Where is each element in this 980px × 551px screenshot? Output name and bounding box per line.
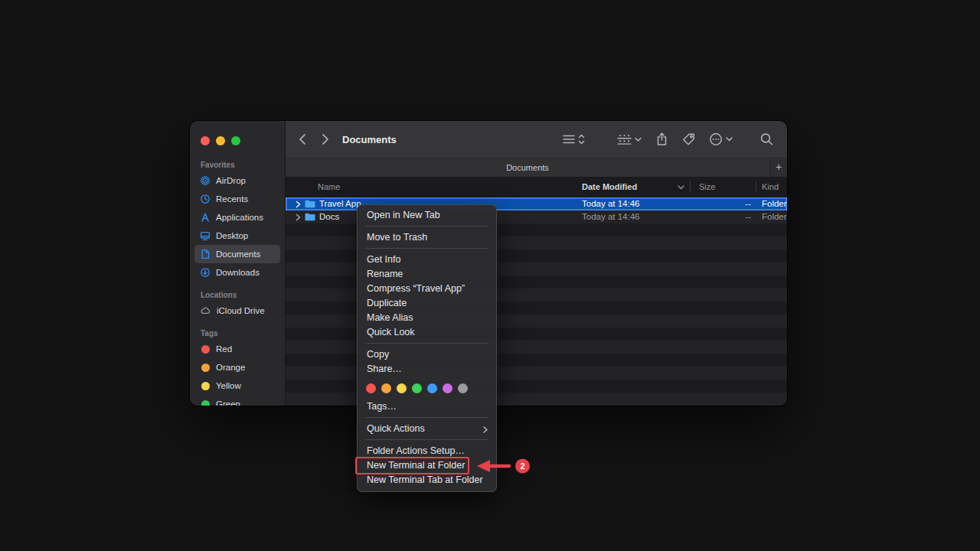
view-options-button[interactable] [563,134,585,145]
ellipsis-circle-icon [709,132,723,146]
window-controls [201,136,240,145]
column-headers: Name Date Modified Size Kind [286,177,787,197]
menu-item-folder-actions-setup[interactable]: Folder Actions Setup… [358,444,496,458]
sort-chevron-icon [678,185,684,190]
airdrop-icon [200,175,211,186]
menu-item-copy[interactable]: Copy [358,347,496,362]
green-tag-icon [201,400,210,406]
sidebar-item-tag-yellow[interactable]: Yellow [194,377,280,395]
desktop-icon [200,230,211,241]
menu-item-get-info[interactable]: Get Info [358,253,496,267]
up-down-chevrons-icon [578,134,585,145]
disclosure-chevron-icon[interactable] [296,201,301,208]
group-icon [617,134,632,145]
column-header-kind[interactable]: Kind [762,177,779,197]
column-divider[interactable] [756,181,756,192]
sidebar-item-desktop[interactable]: Desktop [194,227,280,245]
cloud-icon [200,305,211,316]
menu-item-tags[interactable]: Tags… [358,399,496,414]
sidebar-item-airdrop[interactable]: AirDrop [194,171,280,190]
tag-color-yellow[interactable] [397,383,407,393]
tag-button[interactable] [682,133,695,146]
group-button[interactable] [617,134,642,145]
menu-item-move-to-trash[interactable]: Move to Trash [358,230,496,245]
menu-item-quick-actions[interactable]: Quick Actions [358,422,496,436]
list-view-icon [563,135,575,144]
sidebar-item-tag-green[interactable]: Green [194,395,280,406]
menu-item-new-terminal-tab-at-folder[interactable]: New Terminal Tab at Folder [358,473,496,487]
sidebar-item-icloud-drive[interactable]: iCloud Drive [194,302,280,320]
zoom-window-button[interactable] [231,136,240,145]
document-icon [200,249,211,259]
menu-item-quick-look[interactable]: Quick Look [358,325,496,340]
menu-item-compress[interactable]: Compress “Travel App” [358,282,496,296]
menu-separator [365,248,488,249]
menu-item-duplicate[interactable]: Duplicate [358,296,496,311]
file-kind: Folder [762,210,787,223]
back-button[interactable] [299,133,306,145]
column-divider[interactable] [690,181,691,192]
sidebar: Favorites AirDrop Recents Applications [190,121,286,406]
share-button[interactable] [656,132,668,146]
tag-color-red[interactable] [366,383,376,393]
submenu-chevron-icon [483,426,488,433]
sidebar-item-tag-red[interactable]: Red [194,340,280,358]
applications-icon [200,212,211,223]
new-tab-button[interactable]: + [770,158,787,177]
share-icon [656,132,668,146]
tag-color-blue[interactable] [427,383,437,393]
yellow-tag-icon [201,382,210,390]
chevron-right-icon [322,133,329,145]
menu-item-share[interactable]: Share… [358,362,496,377]
sidebar-section-locations: Locations [190,289,285,302]
file-size: -- [728,197,751,210]
sidebar-item-documents[interactable]: Documents [194,245,280,263]
downloads-icon [200,267,211,278]
context-menu: Open in New Tab Move to Trash Get Info R… [357,204,497,492]
menu-separator [365,226,488,227]
search-button[interactable] [760,133,773,146]
column-header-date-modified[interactable]: Date Modified [582,177,637,197]
folder-icon [305,213,315,221]
minimize-window-button[interactable] [216,136,225,145]
file-date: Today at 14:46 [582,197,639,210]
tag-icon [682,133,695,146]
menu-item-open-in-new-tab[interactable]: Open in New Tab [358,208,496,223]
menu-separator [365,439,488,440]
red-tag-icon [201,345,210,354]
file-kind: Folder [762,197,787,210]
sidebar-item-downloads[interactable]: Downloads [194,263,280,282]
tag-color-purple[interactable] [443,383,452,393]
file-name: Docs [319,210,339,223]
menu-tag-color-row [358,377,496,399]
tag-color-orange[interactable] [381,383,391,393]
sidebar-section-favorites: Favorites [190,159,285,171]
file-date: Today at 14:46 [582,210,639,223]
file-size: -- [728,210,751,223]
tag-color-gray[interactable] [458,383,468,393]
chevron-left-icon [299,133,306,145]
menu-item-rename[interactable]: Rename [358,267,496,282]
tag-color-green[interactable] [412,383,422,393]
sidebar-item-recents[interactable]: Recents [194,190,280,208]
chevron-down-icon [726,137,733,142]
sidebar-item-tag-orange[interactable]: Orange [194,358,280,377]
sidebar-item-applications[interactable]: Applications [194,208,280,227]
clock-icon [200,194,211,204]
page-title: Documents [342,134,397,145]
sidebar-section-tags: Tags [190,328,285,340]
forward-button[interactable] [322,133,329,145]
orange-tag-icon [201,364,210,372]
column-header-name[interactable]: Name [318,177,340,197]
close-window-button[interactable] [201,136,210,145]
search-icon [760,133,773,146]
menu-item-new-terminal-at-folder[interactable]: New Terminal at Folder 2 [358,458,496,473]
tab-documents[interactable]: Documents [286,158,769,177]
menu-item-make-alias[interactable]: Make Alias [358,311,496,325]
column-header-size[interactable]: Size [699,177,715,197]
toolbar: Documents [286,121,787,158]
menu-separator [365,417,488,418]
annotation-step-badge: 2 [515,458,530,473]
more-actions-button[interactable] [709,132,733,146]
disclosure-chevron-icon[interactable] [296,214,301,221]
